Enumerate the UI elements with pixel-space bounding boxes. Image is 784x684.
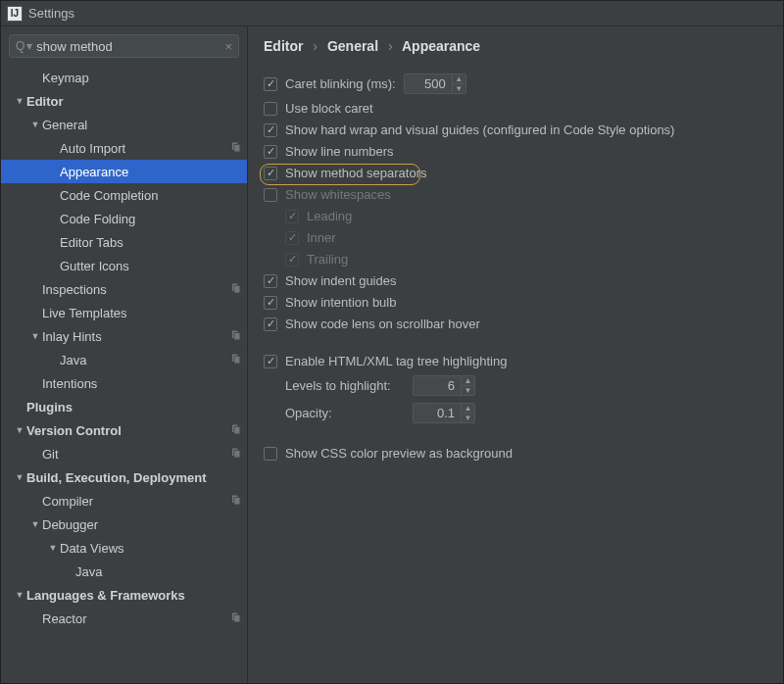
intention-bulb-label: Show intention bulb bbox=[285, 295, 396, 310]
search-clear-icon[interactable]: × bbox=[224, 39, 232, 54]
whitespaces-checkbox[interactable] bbox=[264, 188, 277, 202]
copy-icon bbox=[229, 611, 241, 625]
chevron-right-icon: › bbox=[313, 38, 318, 54]
tree-version-control[interactable]: ▼Version Control bbox=[1, 418, 247, 442]
app-icon: IJ bbox=[7, 6, 23, 22]
spinner-up-icon[interactable]: ▲ bbox=[453, 74, 466, 84]
use-block-caret-checkbox[interactable] bbox=[264, 102, 277, 116]
caret-blinking-input[interactable] bbox=[405, 74, 452, 93]
tree-editor[interactable]: ▼Editor bbox=[1, 89, 247, 113]
tree-intentions[interactable]: Intentions bbox=[1, 371, 247, 395]
search-input[interactable] bbox=[36, 39, 224, 54]
tree-inspections[interactable]: Inspections bbox=[1, 277, 247, 301]
settings-panel: Editor › General › Appearance Caret blin… bbox=[248, 26, 783, 683]
settings-sidebar: Q ▾ × Keymap ▼Editor ▼General Auto Impor… bbox=[1, 26, 248, 683]
spinner-up-icon[interactable]: ▲ bbox=[462, 404, 474, 414]
tree-languages-frameworks[interactable]: ▼Languages & Frameworks bbox=[1, 583, 247, 607]
copy-icon bbox=[229, 494, 241, 508]
tree-data-views-java[interactable]: Java bbox=[1, 560, 247, 583]
inner-checkbox bbox=[285, 231, 299, 245]
tree-appearance[interactable]: Appearance bbox=[1, 160, 247, 183]
tree-keymap[interactable]: Keymap bbox=[1, 66, 247, 89]
tree-gutter-icons[interactable]: Gutter Icons bbox=[1, 254, 247, 277]
css-preview-checkbox[interactable] bbox=[264, 447, 277, 461]
tree-code-folding[interactable]: Code Folding bbox=[1, 207, 247, 230]
leading-label: Leading bbox=[307, 209, 352, 223]
copy-icon bbox=[229, 141, 241, 155]
hard-wrap-label: Show hard wrap and visual guides (config… bbox=[285, 122, 674, 137]
indent-guides-checkbox[interactable] bbox=[264, 274, 277, 288]
copy-icon bbox=[229, 423, 241, 437]
opacity-spinner[interactable]: ▲▼ bbox=[413, 403, 475, 423]
chevron-down-icon[interactable]: ▼ bbox=[30, 331, 40, 341]
tree-build-execution-deployment[interactable]: ▼Build, Execution, Deployment bbox=[1, 465, 247, 489]
method-separators-checkbox[interactable] bbox=[264, 167, 277, 180]
intention-bulb-checkbox[interactable] bbox=[264, 296, 277, 310]
tree-git[interactable]: Git bbox=[1, 442, 247, 465]
levels-input[interactable] bbox=[414, 376, 461, 395]
chevron-down-icon[interactable]: ▼ bbox=[15, 425, 24, 435]
breadcrumb-general[interactable]: General bbox=[327, 38, 378, 54]
tree-live-templates[interactable]: Live Templates bbox=[1, 301, 247, 324]
copy-icon bbox=[229, 329, 241, 343]
leading-checkbox bbox=[285, 210, 299, 223]
chevron-down-icon[interactable]: ▼ bbox=[48, 543, 58, 553]
tree-auto-import[interactable]: Auto Import bbox=[1, 136, 247, 160]
spinner-up-icon[interactable]: ▲ bbox=[462, 376, 474, 386]
caret-blinking-spinner[interactable]: ▲▼ bbox=[404, 73, 466, 94]
spinner-down-icon[interactable]: ▼ bbox=[462, 414, 474, 422]
titlebar: IJ Settings bbox=[1, 1, 783, 26]
use-block-caret-label: Use block caret bbox=[285, 101, 373, 116]
code-lens-label: Show code lens on scrollbar hover bbox=[285, 317, 480, 331]
copy-icon bbox=[229, 282, 241, 296]
tree-code-completion[interactable]: Code Completion bbox=[1, 183, 247, 207]
hard-wrap-checkbox[interactable] bbox=[264, 123, 277, 137]
chevron-down-icon[interactable]: ▼ bbox=[15, 96, 24, 106]
spinner-down-icon[interactable]: ▼ bbox=[453, 84, 466, 93]
search-chevron-icon: ▾ bbox=[26, 39, 32, 53]
chevron-down-icon[interactable]: ▼ bbox=[30, 120, 40, 129]
tree-inlay-hints[interactable]: ▼Inlay Hints bbox=[1, 324, 247, 348]
line-numbers-label: Show line numbers bbox=[285, 144, 394, 159]
breadcrumb-editor[interactable]: Editor bbox=[264, 38, 303, 54]
chevron-right-icon: › bbox=[388, 38, 393, 54]
copy-icon bbox=[229, 353, 241, 366]
tag-tree-label: Enable HTML/XML tag tree highlighting bbox=[285, 354, 507, 368]
copy-icon bbox=[229, 447, 241, 461]
tree-general[interactable]: ▼General bbox=[1, 113, 247, 136]
levels-label: Levels to highlight: bbox=[285, 378, 413, 393]
tree-debugger[interactable]: ▼Debugger bbox=[1, 513, 247, 536]
tag-tree-checkbox[interactable] bbox=[264, 355, 277, 368]
opacity-label: Opacity: bbox=[285, 406, 413, 420]
settings-tree: Keymap ▼Editor ▼General Auto Import Appe… bbox=[1, 66, 247, 683]
trailing-label: Trailing bbox=[307, 252, 348, 267]
tree-reactor[interactable]: Reactor bbox=[1, 607, 247, 630]
chevron-down-icon[interactable]: ▼ bbox=[30, 519, 40, 529]
tree-editor-tabs[interactable]: Editor Tabs bbox=[1, 230, 247, 254]
code-lens-checkbox[interactable] bbox=[264, 318, 277, 331]
breadcrumb: Editor › General › Appearance bbox=[264, 38, 767, 54]
chevron-down-icon[interactable]: ▼ bbox=[15, 472, 24, 482]
tree-plugins[interactable]: Plugins bbox=[1, 395, 247, 418]
trailing-checkbox bbox=[285, 253, 299, 267]
search-prefix: Q bbox=[16, 39, 24, 53]
caret-blinking-checkbox[interactable] bbox=[264, 77, 277, 91]
opacity-input[interactable] bbox=[414, 404, 461, 422]
tree-compiler[interactable]: Compiler bbox=[1, 489, 247, 513]
chevron-down-icon[interactable]: ▼ bbox=[15, 590, 24, 600]
breadcrumb-appearance: Appearance bbox=[402, 38, 480, 54]
levels-spinner[interactable]: ▲▼ bbox=[413, 375, 475, 396]
window-title: Settings bbox=[28, 6, 74, 21]
css-preview-label: Show CSS color preview as background bbox=[285, 446, 513, 461]
tree-inlay-java[interactable]: Java bbox=[1, 348, 247, 371]
tree-data-views[interactable]: ▼Data Views bbox=[1, 536, 247, 560]
method-separators-label: Show method separators bbox=[285, 166, 427, 180]
indent-guides-label: Show indent guides bbox=[285, 273, 396, 288]
line-numbers-checkbox[interactable] bbox=[264, 145, 277, 159]
whitespaces-label: Show whitespaces bbox=[285, 187, 391, 202]
inner-label: Inner bbox=[307, 230, 336, 245]
spinner-down-icon[interactable]: ▼ bbox=[462, 386, 474, 395]
caret-blinking-label: Caret blinking (ms): bbox=[285, 76, 396, 91]
search-box[interactable]: Q ▾ × bbox=[9, 34, 239, 58]
